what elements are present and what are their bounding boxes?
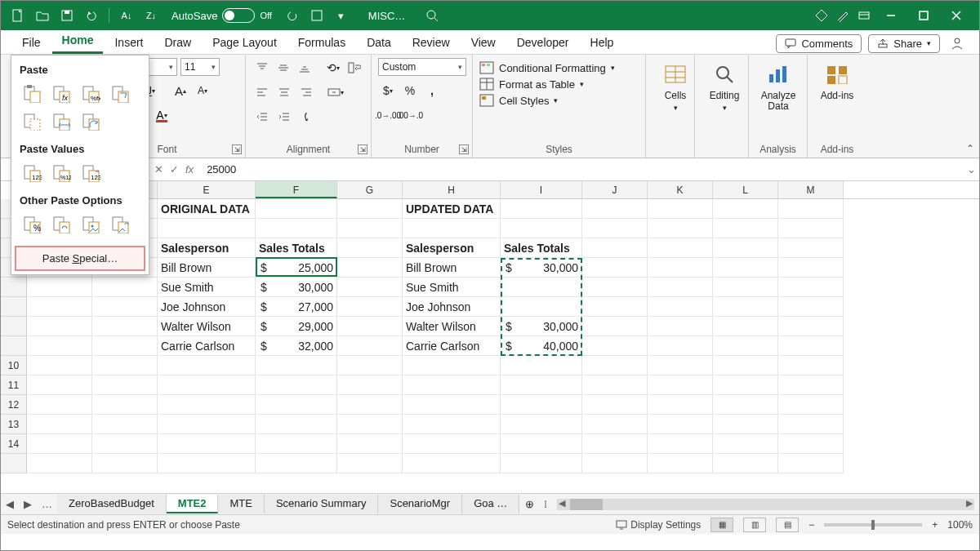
cell[interactable]	[337, 395, 403, 415]
cell[interactable]: Joe Johnson	[403, 297, 501, 317]
redo-icon[interactable]	[282, 5, 303, 26]
align-center-icon[interactable]	[274, 82, 294, 102]
cell[interactable]	[582, 258, 648, 278]
paste-linked-picture-icon[interactable]	[108, 213, 132, 236]
column-header[interactable]: J	[582, 181, 648, 198]
cell[interactable]	[403, 454, 501, 473]
conditional-formatting-button[interactable]: Conditional Formatting▾	[479, 61, 639, 74]
page-layout-view-icon[interactable]: ▥	[743, 518, 766, 532]
analyze-data-button[interactable]: Analyze Data	[755, 58, 801, 112]
cell[interactable]	[582, 395, 648, 415]
cell[interactable]	[337, 375, 403, 395]
decrease-font-icon[interactable]: A▾	[193, 81, 212, 100]
column-header[interactable]: I	[501, 181, 582, 198]
column-header[interactable]: K	[648, 181, 713, 198]
insert-function-icon[interactable]: fx	[185, 163, 194, 176]
cell[interactable]	[158, 375, 256, 395]
row-header[interactable]	[1, 317, 27, 336]
sheet-nav-next-icon[interactable]: ▶	[19, 498, 37, 510]
cell[interactable]	[92, 278, 158, 297]
close-button[interactable]	[940, 1, 973, 30]
cell[interactable]	[501, 395, 582, 415]
font-color-button[interactable]: A▾	[152, 105, 172, 125]
cell[interactable]	[337, 454, 403, 473]
cell[interactable]: 40,000	[501, 336, 582, 356]
cell[interactable]	[713, 415, 778, 434]
cell[interactable]	[648, 238, 713, 258]
paste-all-icon[interactable]	[20, 82, 44, 105]
cell[interactable]	[713, 434, 778, 454]
orientation2-icon[interactable]: ⤹	[296, 107, 316, 127]
cell[interactable]	[337, 219, 403, 238]
cell[interactable]: 30,000	[256, 278, 337, 297]
cell-styles-button[interactable]: Cell Styles▾	[479, 94, 639, 107]
paste-values-icon[interactable]: 123	[20, 162, 44, 184]
cell[interactable]: Sue Smith	[158, 278, 256, 297]
expand-formula-bar-icon[interactable]: ⌄	[963, 163, 979, 176]
ribbon-mode-icon[interactable]	[853, 5, 875, 26]
cell[interactable]	[337, 199, 403, 219]
cell[interactable]	[713, 395, 778, 415]
cell[interactable]	[582, 336, 648, 356]
merge-center-icon[interactable]: ▾	[326, 82, 345, 102]
cell[interactable]	[713, 238, 778, 258]
sheet-nav-prev-icon[interactable]: ◀	[1, 498, 19, 510]
cell[interactable]	[27, 415, 92, 434]
cell[interactable]: Sales Totals	[256, 238, 337, 258]
cell[interactable]	[256, 356, 337, 375]
cell[interactable]	[778, 415, 844, 434]
cell[interactable]	[648, 219, 713, 238]
cell[interactable]	[27, 375, 92, 395]
number-format-combo[interactable]: Custom▾	[378, 58, 466, 76]
cell[interactable]	[778, 278, 844, 297]
accounting-format-icon[interactable]: $▾	[378, 81, 398, 100]
cell[interactable]: 30,000	[501, 258, 582, 278]
cell[interactable]	[158, 434, 256, 454]
cell[interactable]	[337, 336, 403, 356]
paste-keep-source-fmt-icon[interactable]	[108, 82, 132, 105]
cell[interactable]	[778, 258, 844, 278]
cell[interactable]	[27, 395, 92, 415]
tab-developer[interactable]: Developer	[507, 31, 579, 54]
cell[interactable]	[27, 297, 92, 317]
cell[interactable]	[403, 219, 501, 238]
cell[interactable]: ORIGINAL DATA	[158, 199, 256, 219]
tab-review[interactable]: Review	[403, 31, 460, 54]
cell[interactable]	[27, 336, 92, 356]
cell[interactable]	[403, 434, 501, 454]
cell[interactable]	[256, 219, 337, 238]
cell[interactable]	[158, 356, 256, 375]
search-icon[interactable]	[421, 5, 443, 26]
cell[interactable]	[713, 317, 778, 336]
cell[interactable]	[403, 375, 501, 395]
cell[interactable]	[778, 219, 844, 238]
cell[interactable]	[582, 238, 648, 258]
cell[interactable]	[713, 375, 778, 395]
cell[interactable]	[256, 434, 337, 454]
formula-input[interactable]: 25000	[200, 163, 963, 176]
cell[interactable]: 29,000	[256, 317, 337, 336]
cell[interactable]	[582, 317, 648, 336]
tab-view[interactable]: View	[461, 31, 506, 54]
row-header[interactable]	[1, 336, 27, 356]
cell[interactable]	[713, 356, 778, 375]
row-header[interactable]: 13	[1, 415, 27, 434]
percent-format-icon[interactable]: %	[400, 81, 420, 100]
normal-view-icon[interactable]: ▦	[710, 518, 733, 532]
enter-entry-icon[interactable]: ✓	[170, 163, 179, 176]
tab-file[interactable]: File	[12, 31, 51, 54]
cell[interactable]	[582, 199, 648, 219]
autosave-toggle[interactable]	[222, 8, 255, 23]
font-size-combo[interactable]: 11▾	[180, 58, 220, 76]
cell[interactable]	[501, 356, 582, 375]
tab-home[interactable]: Home	[52, 29, 104, 54]
cell[interactable]	[648, 454, 713, 473]
paste-transpose-icon[interactable]	[78, 110, 103, 133]
decrease-indent-icon[interactable]	[252, 107, 272, 127]
orientation-icon[interactable]: ⟲▾	[324, 58, 343, 78]
open-file-icon[interactable]	[32, 5, 53, 26]
cell[interactable]	[27, 317, 92, 336]
cell[interactable]	[778, 317, 844, 336]
cell[interactable]	[337, 258, 403, 278]
cell[interactable]	[27, 434, 92, 454]
